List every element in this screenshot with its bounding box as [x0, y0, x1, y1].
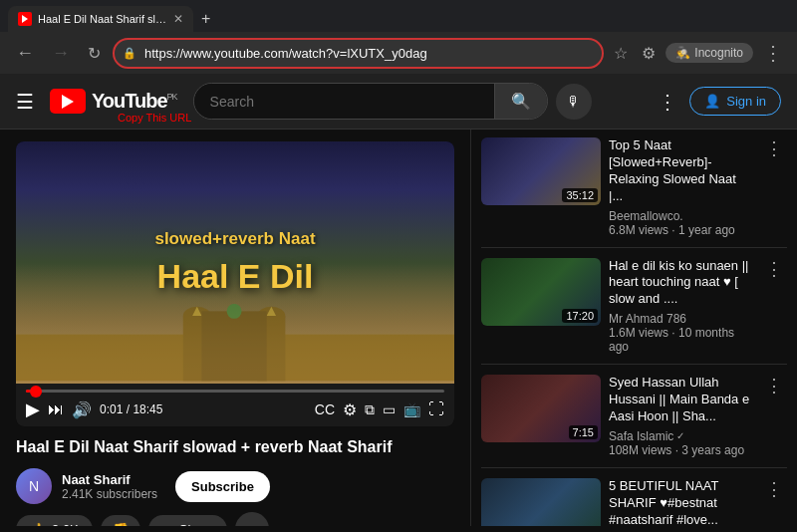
video-title: Haal E Dil Naat Sharif slowad + reverb N…: [16, 436, 454, 458]
video-section: slowed+reverb Naat Haal E Dil ▶ ⏭ 🔊 0:01…: [0, 130, 470, 526]
sidebar-duration: 35:12: [562, 188, 598, 202]
tab-close-icon[interactable]: ✕: [173, 12, 183, 26]
youtube-logo[interactable]: YouTubePK: [50, 89, 177, 114]
sidebar-info: Hal e dil kis ko sunaen || heart touchin…: [609, 258, 753, 355]
sidebar-thumbnail: 27:47: [481, 478, 601, 526]
header-actions: ⋮ 👤 Sign in: [658, 87, 781, 116]
browser-menu-icon[interactable]: ⋮: [759, 37, 787, 69]
sidebar-more-button[interactable]: ⋮: [761, 137, 787, 159]
subtitles-button[interactable]: CC: [315, 401, 335, 417]
video-player: slowed+reverb Naat Haal E Dil ▶ ⏭ 🔊 0:01…: [16, 141, 454, 426]
copy-url-label[interactable]: Copy This URL: [118, 112, 191, 124]
sidebar-info: Top 5 Naat [Slowed+Reverb]- Relaxing Slo…: [609, 137, 753, 237]
channel-avatar[interactable]: N: [16, 468, 52, 504]
extensions-icon[interactable]: ⚙: [638, 40, 660, 67]
sidebar-thumbnail: 35:12: [481, 137, 601, 205]
channel-row: N Naat Sharif 2.41K subscribers Subscrib…: [16, 468, 454, 504]
svg-point-8: [227, 304, 242, 319]
tab-bar: Haal E Dil Naat Sharif slowad + ... ✕ +: [0, 0, 797, 32]
back-button[interactable]: ←: [10, 39, 40, 68]
new-tab-button[interactable]: +: [193, 8, 218, 30]
sidebar-title: Hal e dil kis ko sunaen || heart touchin…: [609, 258, 753, 309]
sidebar-duration: 7:15: [569, 425, 598, 439]
thumbs-up-icon: 👍: [30, 522, 46, 526]
share-button[interactable]: ↗ Share: [148, 515, 228, 526]
sidebar-stats: 1.6M views · 10 months ago: [609, 326, 753, 354]
youtube-logo-text: YouTubePK: [92, 90, 177, 113]
progress-dot: [30, 386, 42, 398]
time-display: 0:01 / 18:45: [100, 402, 162, 416]
hamburger-menu-icon[interactable]: ☰: [16, 90, 34, 114]
search-bar: 🔍 🎙: [193, 83, 592, 120]
thumbs-down-icon: 👎: [113, 522, 129, 526]
sidebar-more-button[interactable]: ⋮: [761, 258, 787, 280]
youtube-logo-icon: [50, 89, 86, 114]
video-overlay-text2: Haal E Dil: [157, 257, 314, 296]
sidebar-video-item[interactable]: 35:12Top 5 Naat [Slowed+Reverb]- Relaxin…: [481, 137, 787, 248]
sidebar-more-button[interactable]: ⋮: [761, 478, 787, 500]
sidebar-thumbnail: 7:15: [481, 375, 601, 442]
sidebar-video-item[interactable]: 7:15Syed Hassan Ullah Hussani || Main Ba…: [481, 375, 787, 468]
sidebar-stats: 108M views · 3 years ago: [609, 443, 753, 457]
next-button[interactable]: ⏭: [48, 400, 64, 418]
forward-button[interactable]: →: [46, 39, 76, 68]
sidebar-info: 5 BEUTIFUL NAAT SHARIF ♥#bestnat #naatsh…: [609, 478, 753, 526]
browser-controls: ← → ↻ 🔒 ☆ ⚙ 🕵 Incognito ⋮: [0, 32, 797, 74]
video-info: Haal E Dil Naat Sharif slowad + reverb N…: [16, 436, 454, 526]
sidebar-stats: 6.8M views · 1 year ago: [609, 223, 753, 237]
action-row: 👍 3.6K 👎 ↗ Share •••: [16, 512, 454, 526]
incognito-badge: 🕵 Incognito: [665, 43, 753, 63]
mic-button[interactable]: 🎙: [556, 84, 592, 120]
theater-button[interactable]: ▭: [383, 401, 396, 417]
sidebar-more-button[interactable]: ⋮: [761, 375, 787, 397]
user-icon: 👤: [704, 94, 720, 109]
progress-bar[interactable]: [26, 390, 444, 393]
tab-favicon: [18, 12, 32, 26]
cast-button[interactable]: 📺: [403, 401, 420, 417]
controls-row: ▶ ⏭ 🔊 0:01 / 18:45 CC ⚙ ⧉ ▭ 📺 ⛶: [26, 399, 444, 420]
miniplayer-button[interactable]: ⧉: [365, 401, 375, 418]
video-thumbnail[interactable]: slowed+reverb Naat Haal E Dil: [16, 141, 454, 384]
youtube-header: ☰ YouTubePK Copy This URL 🔍 🎙 ⋮ 👤 Sign i…: [0, 74, 797, 130]
sidebar-video-item[interactable]: 17:20Hal e dil kis ko sunaen || heart to…: [481, 258, 787, 366]
sidebar-duration: 17:20: [562, 309, 598, 323]
dislike-button[interactable]: 👎: [101, 515, 140, 526]
sidebar-info: Syed Hassan Ullah Hussani || Main Banda …: [609, 375, 753, 457]
like-button[interactable]: 👍 3.6K: [16, 515, 93, 526]
channel-subscribers: 2.41K subscribers: [62, 487, 157, 501]
search-button[interactable]: 🔍: [494, 84, 547, 119]
sidebar-channel: Beemallowco.: [609, 209, 753, 223]
sidebar-title: Top 5 Naat [Slowed+Reverb]- Relaxing Slo…: [609, 137, 753, 205]
video-overlay-text1: slowed+reverb Naat: [154, 229, 315, 249]
svg-rect-7: [201, 311, 266, 381]
more-actions-button[interactable]: •••: [235, 512, 269, 526]
sign-in-button[interactable]: 👤 Sign in: [689, 87, 781, 116]
fullscreen-button[interactable]: ⛶: [428, 400, 444, 418]
settings-button[interactable]: ⚙: [343, 400, 357, 419]
tab-title: Haal E Dil Naat Sharif slowad + ...: [38, 13, 167, 25]
sidebar-channel: Mr Ahmad 786: [609, 312, 753, 326]
main-content: slowed+reverb Naat Haal E Dil ▶ ⏭ 🔊 0:01…: [0, 130, 797, 526]
share-icon: ↗: [162, 522, 173, 526]
video-controls: ▶ ⏭ 🔊 0:01 / 18:45 CC ⚙ ⧉ ▭ 📺 ⛶: [16, 384, 454, 426]
more-options-button[interactable]: ⋮: [658, 90, 677, 114]
active-tab[interactable]: Haal E Dil Naat Sharif slowad + ... ✕: [8, 6, 193, 32]
reload-button[interactable]: ↻: [82, 40, 107, 67]
bookmark-icon[interactable]: ☆: [610, 40, 632, 67]
sidebar-thumbnail: 17:20: [481, 258, 601, 326]
address-bar[interactable]: [113, 38, 604, 69]
play-button[interactable]: ▶: [26, 399, 40, 420]
sidebar-video-item[interactable]: 27:475 BEUTIFUL NAAT SHARIF ♥#bestnat #n…: [481, 478, 787, 526]
sidebar-title: 5 BEUTIFUL NAAT SHARIF ♥#bestnat #naatsh…: [609, 478, 753, 526]
channel-name[interactable]: Naat Sharif: [62, 472, 157, 487]
incognito-icon: 🕵: [675, 46, 690, 60]
search-input-wrapper: 🔍: [193, 83, 548, 120]
subscribe-button[interactable]: Subscribe: [175, 471, 270, 502]
search-input[interactable]: [194, 84, 494, 119]
channel-info: Naat Sharif 2.41K subscribers: [62, 472, 157, 501]
sidebar: 35:12Top 5 Naat [Slowed+Reverb]- Relaxin…: [470, 130, 797, 526]
sidebar-title: Syed Hassan Ullah Hussani || Main Banda …: [609, 375, 753, 425]
verified-icon: ✓: [676, 430, 684, 441]
sidebar-channel: Safa Islamic ✓: [609, 429, 753, 443]
volume-button[interactable]: 🔊: [72, 400, 92, 419]
